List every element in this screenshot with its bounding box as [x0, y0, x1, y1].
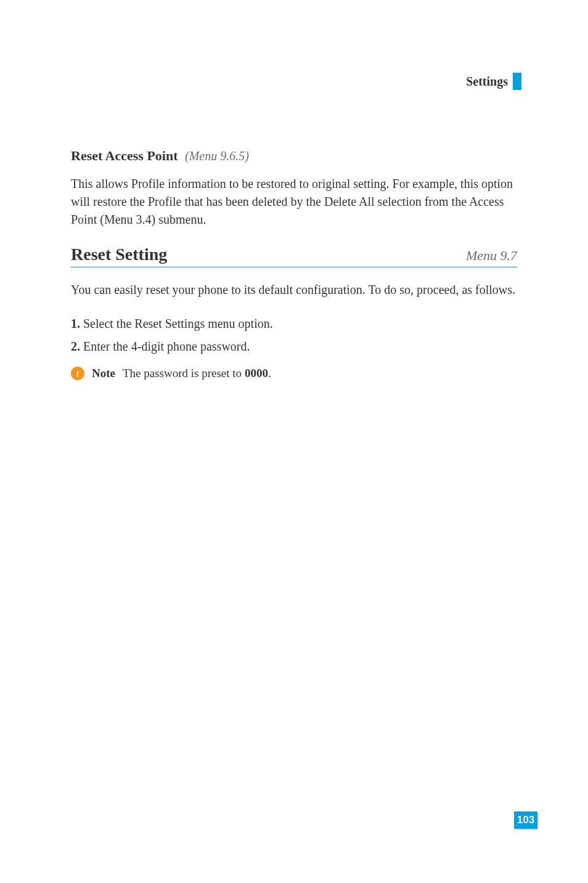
note-suffix: .: [268, 367, 271, 380]
page-content: Reset Access Point (Menu 9.6.5) This all…: [71, 148, 517, 380]
page-header: Settings: [466, 73, 521, 90]
step-number: 2.: [71, 340, 80, 353]
section-menu-label: Menu 9.7: [466, 248, 517, 264]
page-number-text: 103: [517, 814, 534, 826]
header-section-label: Settings: [466, 75, 508, 89]
subsection-heading: Reset Access Point (Menu 9.6.5): [71, 148, 517, 164]
step-number: 1.: [71, 317, 80, 330]
subsection-menu-ref: (Menu 9.6.5): [185, 149, 249, 163]
list-item: 2. Enter the 4-digit phone password.: [71, 338, 517, 356]
step-text: Select the Reset Settings menu option.: [80, 317, 273, 330]
note-value: 0000: [245, 367, 268, 380]
note-row: ! Note The password is preset to 0000.: [71, 367, 517, 380]
list-item: 1. Select the Reset Settings menu option…: [71, 315, 517, 333]
section-title: Reset Setting: [71, 245, 167, 264]
step-text: Enter the 4-digit phone password.: [80, 340, 250, 353]
page-number-badge: 103: [514, 812, 537, 829]
alert-icon: !: [71, 367, 84, 380]
section-intro-text: You can easily reset your phone to its d…: [71, 281, 517, 299]
subsection-body-text: This allows Profile information to be re…: [71, 175, 517, 229]
note-label: Note: [92, 367, 115, 380]
note-prefix: The password is preset to: [123, 367, 245, 380]
section-heading-row: Reset Setting Menu 9.7: [71, 245, 517, 267]
subsection-title-text: Reset Access Point: [71, 148, 178, 163]
header-accent-marker: [513, 73, 521, 90]
note-text: The password is preset to 0000.: [123, 367, 271, 380]
